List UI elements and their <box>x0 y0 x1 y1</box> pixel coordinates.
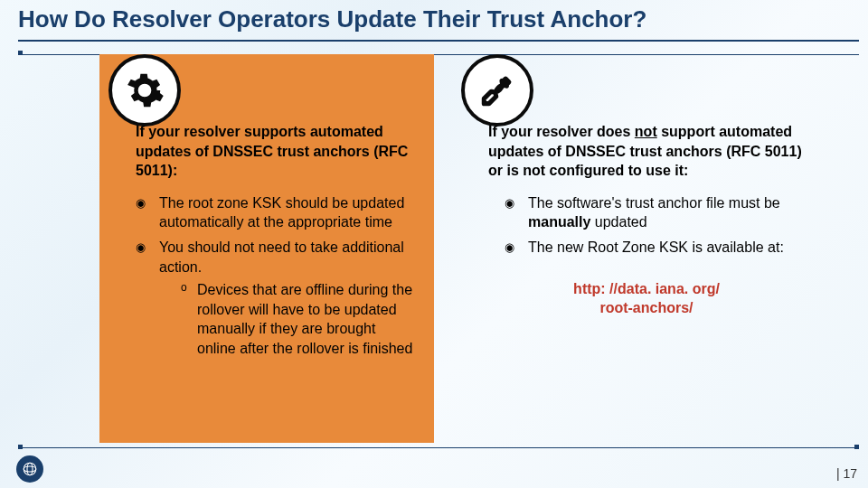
right-lead: If your resolver does not support automa… <box>488 122 805 181</box>
page-number: | 17 <box>836 466 857 481</box>
url-line: http: //data. iana. org/ <box>573 281 720 296</box>
bullet-text: You should not need to take additional a… <box>159 239 404 275</box>
text-emph: manually <box>528 214 590 230</box>
text: If your resolver does <box>488 124 635 139</box>
wrench-icon <box>461 54 533 127</box>
text: The software's trust anchor file must be <box>528 195 780 211</box>
bullet: The software's trust anchor file must be… <box>505 193 805 232</box>
bullet: The root zone KSK should be updated auto… <box>136 193 416 232</box>
svg-point-1 <box>24 466 36 472</box>
right-column: If your resolver does not support automa… <box>488 122 805 318</box>
svg-point-0 <box>24 463 36 475</box>
bullet: The new Root Zone KSK is available at: <box>505 238 805 258</box>
slide: How Do Resolver Operators Update Their T… <box>0 0 868 488</box>
left-column: If your resolver supports automated upda… <box>136 122 416 364</box>
divider <box>18 40 859 42</box>
url-line: root-anchors/ <box>599 300 693 315</box>
divider <box>18 447 859 448</box>
bullet: You should not need to take additional a… <box>136 238 416 359</box>
sub-bullet: Devices that are offline during the roll… <box>181 280 416 358</box>
url-text: http: //data. iana. org/ root-anchors/ <box>488 279 805 318</box>
text: 17 <box>843 466 857 481</box>
gear-icon <box>108 54 181 127</box>
left-lead: If your resolver supports automated upda… <box>136 122 416 181</box>
slide-title: How Do Resolver Operators Update Their T… <box>18 5 646 33</box>
svg-point-2 <box>27 463 33 475</box>
text-emph: not <box>635 124 657 139</box>
text: updated <box>590 214 646 230</box>
logo-icann <box>16 455 43 483</box>
